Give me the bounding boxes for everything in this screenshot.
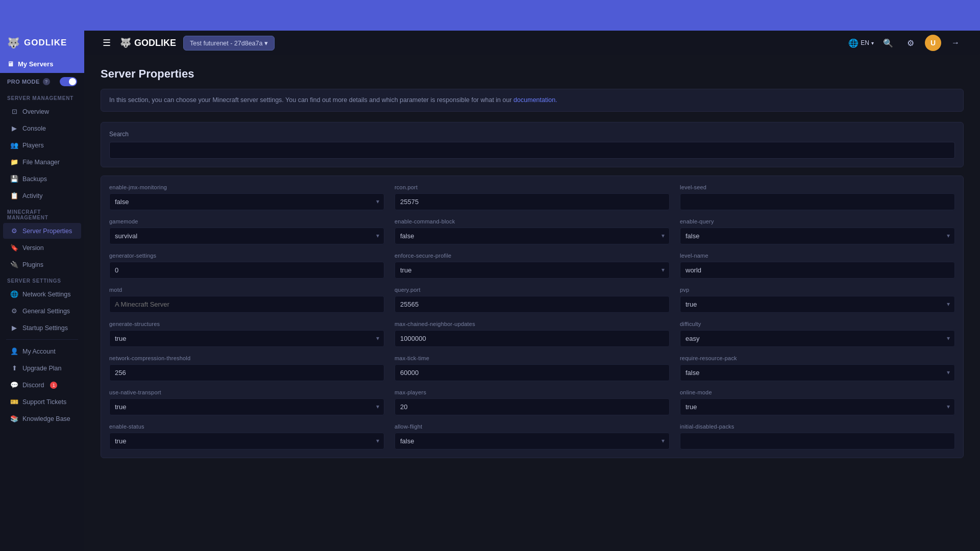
prop-label-enable-status: enable-status [109, 423, 384, 430]
prop-field-generate-structures: generate-structurestruefalse [109, 321, 384, 347]
prop-select-require-resource-pack[interactable]: falsetrue [680, 364, 955, 381]
sidebar-item-activity-label: Activity [22, 192, 43, 199]
prop-field-enable-query: enable-queryfalsetrue [680, 218, 955, 244]
prop-input-rcon-port[interactable] [395, 193, 670, 210]
server-selector-text: Test futurenet - 27d8ea7a ▾ [190, 39, 268, 47]
sidebar-item-version[interactable]: 🔖 Version [3, 240, 81, 256]
sidebar-item-players[interactable]: 👥 Players [3, 137, 81, 153]
info-text: In this section, you can choose your Min… [109, 96, 512, 104]
prop-label-network-compression-threshold: network-compression-threshold [109, 355, 384, 361]
search-button[interactable]: 🔍 [880, 35, 896, 51]
prop-field-initial-disabled-packs: initial-disabled-packs [680, 423, 955, 449]
players-icon: 👥 [10, 141, 18, 149]
pro-mode-label: PRO MODE [7, 79, 40, 85]
settings-button[interactable]: ⚙ [902, 35, 919, 51]
sidebar-item-upgrade-plan-label: Upgrade Plan [22, 365, 61, 372]
network-settings-icon: 🌐 [10, 290, 18, 298]
sidebar-item-console[interactable]: ▶ Console [3, 120, 81, 136]
prop-label-level-name: level-name [680, 253, 955, 259]
sidebar-item-overview[interactable]: ⊡ Overview [3, 104, 81, 119]
sidebar-item-players-label: Players [22, 142, 44, 149]
file-manager-icon: 📁 [10, 158, 18, 166]
prop-input-initial-disabled-packs[interactable] [680, 433, 955, 449]
sidebar-item-knowledge-base-label: Knowledge Base [22, 415, 70, 422]
sidebar-item-overview-label: Overview [22, 108, 49, 115]
sidebar-item-upgrade-plan[interactable]: ⬆ Upgrade Plan [3, 360, 81, 376]
documentation-link[interactable]: documentation. [513, 96, 557, 104]
prop-select-wrap-online-mode: truefalse [680, 398, 955, 415]
prop-input-level-name[interactable] [680, 262, 955, 279]
prop-label-max-players: max-players [395, 389, 670, 395]
prop-select-gamemode[interactable]: survivalcreativeadventurespectator [109, 228, 384, 244]
prop-select-generate-structures[interactable]: truefalse [109, 330, 384, 347]
prop-select-enable-jmx-monitoring[interactable]: falsetrue [109, 193, 384, 210]
discord-notification-badge: 1 [50, 382, 57, 389]
prop-label-max-tick-time: max-tick-time [395, 355, 670, 361]
prop-input-motd[interactable] [109, 296, 384, 313]
prop-select-wrap-enable-jmx-monitoring: falsetrue [109, 193, 384, 210]
prop-label-pvp: pvp [680, 287, 955, 293]
prop-field-enable-command-block: enable-command-blockfalsetrue [395, 218, 670, 244]
prop-label-enable-jmx-monitoring: enable-jmx-monitoring [109, 184, 384, 190]
prop-input-network-compression-threshold[interactable] [109, 364, 384, 381]
pro-mode-tooltip-icon: ? [43, 78, 50, 85]
sidebar-item-my-servers[interactable]: 🖥 My Servers [0, 55, 84, 73]
prop-select-enforce-secure-profile[interactable]: truefalse [395, 262, 670, 279]
prop-label-query-port: query.port [395, 287, 670, 293]
sidebar-item-my-account[interactable]: 👤 My Account [3, 343, 81, 359]
language-selector[interactable]: 🌐 EN ▾ [848, 38, 874, 48]
server-management-section-title: SERVER MANAGEMENT [0, 90, 84, 103]
sidebar-item-general-settings[interactable]: ⚙ General Settings [3, 303, 81, 319]
prop-select-enable-command-block[interactable]: falsetrue [395, 228, 670, 244]
prop-input-max-players[interactable] [395, 398, 670, 415]
logout-button[interactable]: → [947, 35, 964, 51]
prop-label-initial-disabled-packs: initial-disabled-packs [680, 423, 955, 430]
prop-select-enable-status[interactable]: truefalse [109, 433, 384, 449]
sidebar-item-support-tickets[interactable]: 🎫 Support Tickets [3, 394, 81, 410]
sidebar-item-backups[interactable]: 💾 Backups [3, 171, 81, 187]
sidebar-item-discord-label: Discord [22, 382, 44, 389]
search-input[interactable] [109, 142, 955, 159]
sidebar-item-file-manager[interactable]: 📁 File Manager [3, 154, 81, 170]
server-selector-button[interactable]: Test futurenet - 27d8ea7a ▾ [183, 36, 275, 51]
prop-input-generator-settings[interactable] [109, 262, 384, 279]
pro-mode-toggle[interactable] [60, 77, 77, 86]
properties-section: enable-jmx-monitoringfalsetruercon.portl… [101, 176, 964, 458]
sidebar-logo[interactable]: 🐺 GODLIKE [0, 31, 84, 55]
prop-select-wrap-difficulty: easynormalhardpeaceful [680, 330, 955, 347]
prop-select-pvp[interactable]: truefalse [680, 296, 955, 313]
main-layout: 🐺 GODLIKE 🖥 My Servers PRO MODE ? SERVER… [0, 31, 980, 551]
sidebar-item-startup-settings[interactable]: ▶ Startup Settings [3, 320, 81, 336]
hamburger-button[interactable]: ☰ [101, 35, 113, 51]
lang-chevron-icon: ▾ [871, 40, 874, 46]
prop-field-level-name: level-name [680, 253, 955, 279]
sidebar-item-network-settings[interactable]: 🌐 Network Settings [3, 286, 81, 302]
prop-select-online-mode[interactable]: truefalse [680, 398, 955, 415]
prop-input-level-seed[interactable] [680, 193, 955, 210]
sidebar-item-discord[interactable]: 💬 Discord 1 [3, 377, 81, 393]
logo-area: 🐺 GODLIKE [120, 37, 176, 48]
prop-input-query-port[interactable] [395, 296, 670, 313]
prop-input-max-tick-time[interactable] [395, 364, 670, 381]
prop-label-generate-structures: generate-structures [109, 321, 384, 327]
prop-select-wrap-require-resource-pack: falsetrue [680, 364, 955, 381]
version-icon: 🔖 [10, 244, 18, 252]
prop-select-wrap-generate-structures: truefalse [109, 330, 384, 347]
prop-label-rcon-port: rcon.port [395, 184, 670, 190]
discord-icon: 💬 [10, 381, 18, 389]
prop-select-enable-query[interactable]: falsetrue [680, 228, 955, 244]
sidebar-item-backups-label: Backups [22, 176, 47, 183]
prop-field-max-chained-neighbor-updates: max-chained-neighbor-updates [395, 321, 670, 347]
sidebar-item-plugins[interactable]: 🔌 Plugins [3, 257, 81, 272]
avatar-button[interactable]: U [925, 35, 941, 51]
prop-select-use-native-transport[interactable]: truefalse [109, 398, 384, 415]
prop-input-max-chained-neighbor-updates[interactable] [395, 330, 670, 347]
prop-field-online-mode: online-modetruefalse [680, 389, 955, 415]
logo-wolf-small-icon: 🐺 [120, 37, 131, 48]
sidebar-item-server-properties[interactable]: ⚙ Server Properties [3, 223, 81, 239]
sidebar-item-activity[interactable]: 📋 Activity [3, 188, 81, 204]
prop-field-enable-jmx-monitoring: enable-jmx-monitoringfalsetrue [109, 184, 384, 210]
prop-select-difficulty[interactable]: easynormalhardpeaceful [680, 330, 955, 347]
sidebar-item-knowledge-base[interactable]: 📚 Knowledge Base [3, 411, 81, 427]
prop-select-allow-flight[interactable]: falsetrue [395, 433, 670, 449]
